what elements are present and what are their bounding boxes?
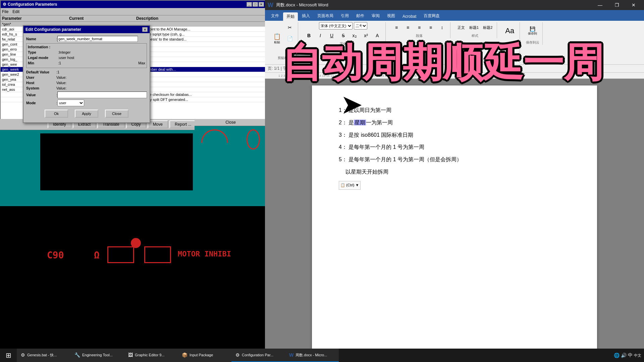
default-label: Default Value: [26, 70, 56, 74]
tab-file[interactable]: 文件: [268, 12, 282, 21]
word-content-area[interactable]: 1： 是以周日为第一周 2： 是星期一为第一周 3： 是按 iso8601 国际…: [265, 79, 644, 354]
word-titlebar: W 周数.docx - Microsoft Word — ❐ ✕: [265, 0, 644, 10]
taskbar-graphic[interactable]: 🖼 Graphic Editor 9...: [124, 349, 178, 362]
sys-tray: 🌐 🔊 中 中文: [614, 352, 641, 358]
style-heading1-button[interactable]: 标题1: [468, 22, 480, 33]
font-size-select[interactable]: 二号: [354, 22, 367, 29]
type-value: Integer: [59, 50, 145, 54]
tab-acrobat[interactable]: Acrobat: [399, 13, 420, 21]
value-row: Value :: [26, 92, 147, 98]
graphic-icon: 🖼: [128, 352, 133, 358]
clipboard-group: 📋粘贴 ✂ 📄 🖌 剪贴板: [268, 22, 298, 60]
tab-mail[interactable]: 邮件: [353, 12, 368, 21]
type-row: Type : Integer: [28, 50, 145, 54]
word-icon: W: [289, 352, 293, 358]
align-center-button[interactable]: ≡: [402, 22, 413, 33]
minimize-button[interactable]: _: [247, 2, 252, 7]
start-button[interactable]: ⊞: [0, 349, 17, 362]
apply-button[interactable]: Apply: [75, 110, 98, 118]
clear-format-button[interactable]: A: [372, 30, 383, 41]
list-item-2: 2： 是星期一为第一周: [339, 118, 570, 128]
taskbar-genesis[interactable]: ⚙ Genesis.bat - 快...: [17, 349, 70, 362]
name-label: Name: [26, 37, 56, 41]
tab-layout[interactable]: 页面布局: [314, 12, 337, 21]
tab-view[interactable]: 视图: [384, 12, 398, 21]
pcb-text-motor: MOTOR INHIBI: [178, 250, 231, 258]
copy-btn[interactable]: 📄: [284, 33, 295, 44]
taskbar-config[interactable]: ⚙ Configuration Par...: [231, 349, 285, 362]
justify-button[interactable]: ≡: [425, 22, 436, 33]
word-close-button[interactable]: ✕: [626, 0, 641, 10]
close-button[interactable]: ✕: [259, 2, 264, 7]
align-left-button[interactable]: ≡: [391, 22, 402, 33]
item-text-2a: 是: [348, 120, 354, 125]
paste-button[interactable]: 📋粘贴: [270, 30, 284, 47]
list-item-3: 3： 是按 iso8601 国际标准日期: [339, 130, 570, 140]
tab-home[interactable]: 开始: [283, 12, 298, 21]
engineering-label: Engineering Tool...: [82, 353, 113, 357]
menu-edit[interactable]: Edit: [12, 9, 19, 14]
item-text-4: 是每年第一个月的 1 号为第一周: [348, 144, 424, 150]
pcb-rect2: [144, 246, 171, 263]
format-paint-button[interactable]: 🖌: [284, 44, 295, 55]
item-text-3: 是按 iso8601 国际标准日期: [348, 132, 413, 138]
word-minimize-button[interactable]: —: [592, 0, 608, 10]
style-heading2-button[interactable]: 标题2: [481, 22, 494, 33]
dialog-buttons: Ok Apply Close: [26, 108, 147, 120]
default-value: 1: [57, 70, 147, 74]
close-button[interactable]: Close: [105, 110, 128, 118]
user-label: User: [26, 75, 56, 79]
mode-label: Mode: [26, 101, 56, 105]
quick-style-button[interactable]: Aa: [503, 22, 517, 40]
value-input[interactable]: [57, 92, 147, 98]
input-label: Input Package: [190, 353, 213, 357]
italic-button[interactable]: I: [315, 30, 326, 41]
ok-button[interactable]: Ok: [45, 110, 68, 118]
save-to-button[interactable]: 💾保存到: [526, 22, 539, 40]
paragraph-label: 段落: [416, 34, 423, 38]
maximize-button[interactable]: □: [253, 2, 258, 7]
graph-close-bar[interactable]: Close: [195, 119, 267, 126]
clock: 中文: [634, 353, 641, 358]
style-normal-button[interactable]: 正文: [456, 22, 467, 33]
quickstyle-group: Aa Aa 快速样式: [500, 22, 520, 63]
strikethrough-button[interactable]: S̶: [338, 30, 348, 41]
subscript-button[interactable]: x₂: [349, 30, 360, 41]
align-right-button[interactable]: ≡: [414, 22, 425, 33]
config-title: Configuration Parameters: [8, 2, 57, 7]
default-row: Default Value : 1: [26, 70, 147, 74]
mode-select[interactable]: user host system: [57, 100, 84, 106]
taskbar-engineering[interactable]: 🔧 Engineering Tool...: [70, 349, 124, 362]
line-spacing-button[interactable]: ↕: [437, 22, 447, 33]
word-page: 1： 是以周日为第一周 2： 是星期一为第一周 3： 是按 iso8601 国际…: [312, 85, 597, 354]
underline-button[interactable]: U: [326, 30, 337, 41]
superscript-button[interactable]: x²: [361, 30, 371, 41]
tab-references[interactable]: 引用: [337, 12, 352, 21]
ime-icon: 中: [628, 352, 633, 358]
tab-insert[interactable]: 插入: [299, 12, 313, 21]
bold-button[interactable]: B: [304, 30, 314, 41]
name-input[interactable]: [57, 36, 138, 42]
menu-file[interactable]: File: [2, 9, 8, 14]
report-button[interactable]: Report ...: [169, 120, 197, 128]
word-ribbon-tabs: 文件 开始 插入 页面布局 引用 邮件 审阅 视图 Acrobat 百度网盘: [265, 10, 644, 21]
change-style-button[interactable]: Aa: [503, 40, 517, 58]
pcb-text-symbol: Ω: [94, 250, 100, 261]
word-restore-button[interactable]: ❐: [609, 0, 625, 10]
name-field-row: Name :: [26, 36, 147, 42]
page-indicator: 页: 1/1 | 字: 78: [268, 66, 293, 71]
config-label: Configuration Par...: [242, 353, 273, 357]
config-titlebar: ⚙ Configuration Parameters _ □ ✕: [1, 1, 266, 8]
tab-review[interactable]: 审阅: [368, 12, 383, 21]
taskbar-input[interactable]: 📦 Input Package: [178, 349, 231, 362]
pcb-text-c90: C90: [47, 250, 64, 261]
legalmode-row: Legal mode : user host: [28, 56, 145, 60]
input-icon: 📦: [182, 352, 187, 358]
cut-button[interactable]: ✂: [284, 22, 295, 33]
move-button[interactable]: Move: [148, 120, 168, 128]
volume-icon: 🔊: [621, 353, 627, 358]
taskbar-word[interactable]: W 周数.docx - Micro...: [285, 349, 339, 362]
edit-dialog-close[interactable]: ✕: [142, 27, 148, 32]
font-family-select[interactable]: 宋体 (中文正文): [319, 22, 353, 29]
tab-baidu[interactable]: 百度网盘: [420, 12, 443, 21]
